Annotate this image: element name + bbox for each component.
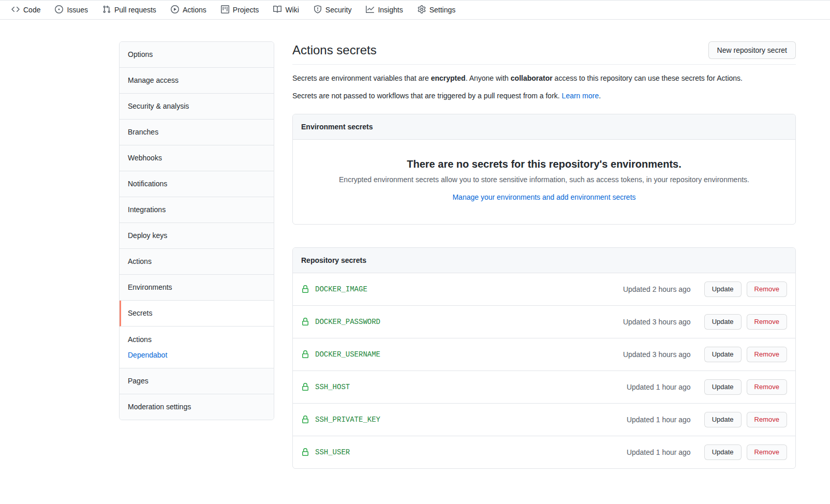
remove-secret-button[interactable]: Remove — [747, 444, 787, 460]
intro-text-segment: . — [599, 92, 601, 100]
secret-row: DOCKER_USERNAME Updated 3 hours ago Upda… — [293, 338, 795, 370]
tab-label: Settings — [429, 6, 456, 14]
tab-wiki[interactable]: Wiki — [266, 1, 306, 19]
secret-actions: Update Remove — [704, 347, 787, 362]
update-secret-button[interactable]: Update — [704, 379, 742, 395]
sidebar-item-deploy-keys[interactable]: Deploy keys — [120, 223, 274, 249]
secret-name: DOCKER_PASSWORD — [315, 318, 380, 326]
intro-text-segment: Secrets are not passed to workflows that… — [292, 92, 562, 100]
environment-secrets-empty-state: There are no secrets for this repository… — [293, 140, 795, 224]
shield-icon — [314, 5, 322, 15]
secret-actions: Update Remove — [704, 444, 787, 460]
intro-paragraph-1: Secrets are environment variables that a… — [292, 73, 796, 84]
lock-icon — [301, 416, 309, 424]
sidebar-item-secrets[interactable]: Secrets — [120, 301, 274, 327]
project-icon — [221, 5, 229, 15]
secret-info: SSH_USER — [301, 448, 627, 456]
sidebar-item-webhooks[interactable]: Webhooks — [120, 145, 274, 171]
sidebar-item-security-analysis[interactable]: Security & analysis — [120, 94, 274, 120]
secret-info: DOCKER_USERNAME — [301, 350, 623, 359]
secret-info: DOCKER_IMAGE — [301, 285, 623, 293]
update-secret-button[interactable]: Update — [704, 444, 742, 460]
secret-row: SSH_PRIVATE_KEY Updated 1 hour ago Updat… — [293, 403, 795, 436]
update-secret-button[interactable]: Update — [704, 314, 742, 330]
secret-name: DOCKER_IMAGE — [315, 285, 367, 293]
secret-row: SSH_USER Updated 1 hour ago Update Remov… — [293, 436, 795, 468]
empty-state-description: Encrypted environment secrets allow you … — [314, 175, 775, 184]
tab-code[interactable]: Code — [4, 1, 48, 19]
tab-settings[interactable]: Settings — [410, 1, 463, 19]
sidebar-item-options[interactable]: Options — [120, 42, 274, 68]
gear-icon — [418, 5, 426, 15]
learn-more-link[interactable]: Learn more — [562, 92, 599, 100]
secret-row: SSH_HOST Updated 1 hour ago Update Remov… — [293, 370, 795, 403]
intro-text-segment: Secrets are environment variables that a… — [292, 74, 431, 82]
remove-secret-button[interactable]: Remove — [747, 412, 787, 427]
empty-state-title: There are no secrets for this repository… — [314, 158, 775, 170]
update-secret-button[interactable]: Update — [704, 347, 742, 362]
intro-bold-collaborator: collaborator — [511, 74, 553, 82]
tab-label: Security — [325, 6, 352, 14]
secret-actions: Update Remove — [704, 379, 787, 395]
subnav-item-actions[interactable]: Actions — [120, 332, 274, 347]
sidebar-item-notifications[interactable]: Notifications — [120, 171, 274, 197]
secret-actions: Update Remove — [704, 281, 787, 297]
intro-paragraph-2: Secrets are not passed to workflows that… — [292, 91, 796, 102]
repository-secrets-box: Repository secrets DOCKER_IMAGE Updated … — [292, 247, 796, 469]
sidebar-item-moderation-settings[interactable]: Moderation settings — [120, 394, 274, 420]
secret-row: DOCKER_PASSWORD Updated 3 hours ago Upda… — [293, 305, 795, 338]
tab-label: Actions — [183, 6, 206, 14]
tab-projects[interactable]: Projects — [214, 1, 266, 19]
lock-icon — [301, 318, 309, 326]
environment-secrets-header: Environment secrets — [293, 114, 795, 140]
tab-actions[interactable]: Actions — [164, 1, 214, 19]
sidebar-item-manage-access[interactable]: Manage access — [120, 68, 274, 94]
repo-nav: Code Issues Pull requests Actions Projec… — [0, 0, 830, 20]
lock-icon — [301, 285, 309, 293]
sidebar-item-environments[interactable]: Environments — [120, 275, 274, 301]
manage-environments-link[interactable]: Manage your environments and add environ… — [452, 193, 635, 201]
tab-insights[interactable]: Insights — [359, 1, 410, 19]
intro-bold-encrypted: encrypted — [431, 74, 466, 82]
tab-security[interactable]: Security — [306, 1, 359, 19]
secret-name: SSH_PRIVATE_KEY — [315, 416, 380, 424]
main-content: Actions secrets New repository secret Se… — [292, 41, 796, 469]
settings-layout: Options Manage access Security & analysi… — [0, 20, 830, 483]
secret-info: DOCKER_PASSWORD — [301, 318, 623, 326]
sidebar-item-branches[interactable]: Branches — [120, 120, 274, 145]
settings-sidebar: Options Manage access Security & analysi… — [119, 41, 274, 420]
sidebar-item-pages[interactable]: Pages — [120, 368, 274, 394]
sidebar-item-integrations[interactable]: Integrations — [120, 197, 274, 223]
issue-opened-icon — [55, 5, 63, 15]
secret-info: SSH_PRIVATE_KEY — [301, 416, 627, 424]
update-secret-button[interactable]: Update — [704, 281, 742, 297]
graph-icon — [366, 5, 374, 15]
remove-secret-button[interactable]: Remove — [747, 379, 787, 395]
update-secret-button[interactable]: Update — [704, 412, 742, 427]
intro-text-segment: access to this repository can use these … — [553, 74, 743, 82]
tab-label: Projects — [233, 6, 259, 14]
repository-secrets-header: Repository secrets — [293, 248, 795, 273]
secret-row: DOCKER_IMAGE Updated 2 hours ago Update … — [293, 273, 795, 305]
secret-actions: Update Remove — [704, 314, 787, 330]
tab-label: Insights — [378, 6, 403, 14]
sidebar-item-actions[interactable]: Actions — [120, 249, 274, 275]
tab-pull-requests[interactable]: Pull requests — [95, 1, 164, 19]
secret-info: SSH_HOST — [301, 383, 627, 391]
remove-secret-button[interactable]: Remove — [747, 347, 787, 362]
code-icon — [11, 5, 20, 15]
secrets-subnav: Actions Dependabot — [120, 327, 274, 368]
tab-label: Wiki — [285, 6, 299, 14]
book-icon — [273, 5, 281, 15]
tab-issues[interactable]: Issues — [48, 1, 95, 19]
page-title: Actions secrets — [292, 42, 377, 58]
remove-secret-button[interactable]: Remove — [747, 281, 787, 297]
remove-secret-button[interactable]: Remove — [747, 314, 787, 330]
lock-icon — [301, 448, 309, 456]
git-pull-request-icon — [102, 5, 111, 15]
secret-actions: Update Remove — [704, 412, 787, 427]
secret-updated: Updated 1 hour ago — [627, 383, 691, 391]
lock-icon — [301, 383, 309, 391]
new-repository-secret-button[interactable]: New repository secret — [708, 41, 796, 59]
subnav-item-dependabot[interactable]: Dependabot — [120, 347, 274, 363]
